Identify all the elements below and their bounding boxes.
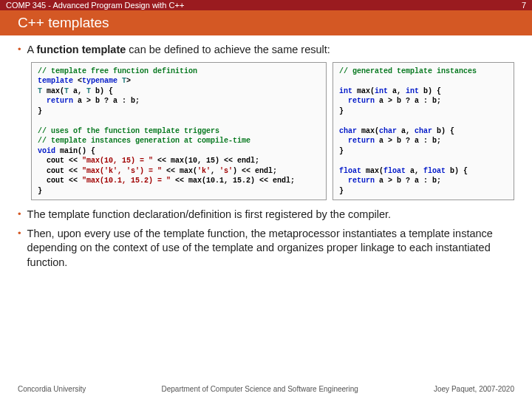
kw: return: [339, 137, 375, 145]
str: "max('k', 's') = ": [82, 167, 162, 175]
t: ) << endl;: [233, 167, 277, 175]
t: max(: [352, 87, 375, 95]
str: "max(10.1, 15.2) = ": [82, 177, 171, 185]
t: a > b ? a : b;: [375, 97, 441, 105]
kw: float: [423, 167, 446, 175]
top-bar: COMP 345 - Advanced Program Design with …: [0, 0, 532, 10]
slide-title: C++ templates: [0, 10, 532, 35]
kw: int: [406, 87, 419, 95]
t: max(: [361, 167, 383, 175]
kw: char: [339, 127, 357, 135]
kw: template: [38, 77, 73, 85]
bullet-2-text: The template function declaration/defini…: [27, 208, 514, 222]
kw: int: [375, 87, 388, 95]
kw: float: [383, 167, 406, 175]
str: "max(10, 15) = ": [82, 157, 153, 165]
code-comment: // template instances generation at comp…: [38, 137, 250, 145]
t: }: [339, 107, 344, 115]
t: a,: [397, 127, 415, 135]
text-bold: function template: [36, 44, 126, 55]
t: << max(10, 15) << endl;: [153, 157, 259, 165]
footer-left: Concordia University: [18, 385, 86, 393]
bullet-icon: •: [18, 208, 21, 221]
t: cout <<: [38, 167, 82, 175]
t: max(: [357, 127, 379, 135]
t: a,: [388, 87, 406, 95]
bullet-3-text: Then, upon every use of the template fun…: [27, 227, 514, 270]
t: cout <<: [38, 157, 82, 165]
bullet-1-text: A function template can be defined to ac…: [27, 43, 514, 58]
code-box-right: // generated template instances int max(…: [332, 62, 514, 201]
bullet-icon: •: [18, 227, 21, 240]
t: <: [73, 77, 82, 85]
kw: typename: [82, 77, 117, 85]
t: }: [38, 107, 42, 115]
footer-center: Department of Computer Science and Softw…: [162, 385, 358, 393]
t: b) {: [419, 87, 441, 95]
t: a > b ? a : b;: [73, 97, 140, 105]
t: >: [126, 77, 131, 85]
code-comment: // template free function definition: [38, 67, 197, 75]
footer-right: Joey Paquet, 2007-2020: [434, 385, 514, 393]
code-row: // template free function definition tem…: [31, 62, 514, 201]
text: A: [27, 44, 37, 55]
str: 's': [219, 167, 233, 175]
kw: int: [339, 87, 352, 95]
t: cout <<: [38, 177, 82, 185]
bullet-2: • The template function declaration/defi…: [18, 208, 514, 222]
text: can be defined to achieve the same resul…: [126, 44, 330, 55]
t: b) {: [446, 167, 468, 175]
t: b) {: [432, 127, 454, 135]
t: a > b ? a : b;: [375, 177, 441, 185]
code-box-left: // template free function definition tem…: [31, 62, 327, 201]
course-label: COMP 345 - Advanced Program Design with …: [6, 1, 184, 10]
t: a,: [69, 87, 86, 95]
content-area: • A function template can be defined to …: [0, 35, 532, 270]
str: 'k': [197, 167, 211, 175]
kw: return: [339, 97, 375, 105]
kw: char: [379, 127, 397, 135]
t: }: [339, 187, 344, 195]
bullet-3: • Then, upon every use of the template f…: [18, 227, 514, 270]
footer: Concordia University Department of Compu…: [18, 385, 514, 393]
bullet-1: • A function template can be defined to …: [18, 43, 514, 58]
t: a > b ? a : b;: [375, 137, 441, 145]
t: max(: [42, 87, 64, 95]
kw: void: [38, 147, 55, 155]
t: main() {: [55, 147, 95, 155]
t: }: [38, 187, 42, 195]
kw: float: [339, 167, 361, 175]
kw: char: [415, 127, 432, 135]
t: }: [339, 147, 344, 155]
bullet-icon: •: [18, 43, 21, 56]
code-comment: // uses of the function template trigger…: [38, 127, 219, 135]
t: a,: [406, 167, 423, 175]
t: ,: [211, 167, 219, 175]
kw: return: [339, 177, 375, 185]
page-number: 7: [522, 1, 526, 10]
t: b) {: [91, 87, 113, 95]
t: << max(10.1, 15.2) << endl;: [171, 177, 295, 185]
code-comment: // generated template instances: [339, 67, 477, 75]
kw: return: [38, 97, 73, 105]
t: << max(: [162, 167, 197, 175]
